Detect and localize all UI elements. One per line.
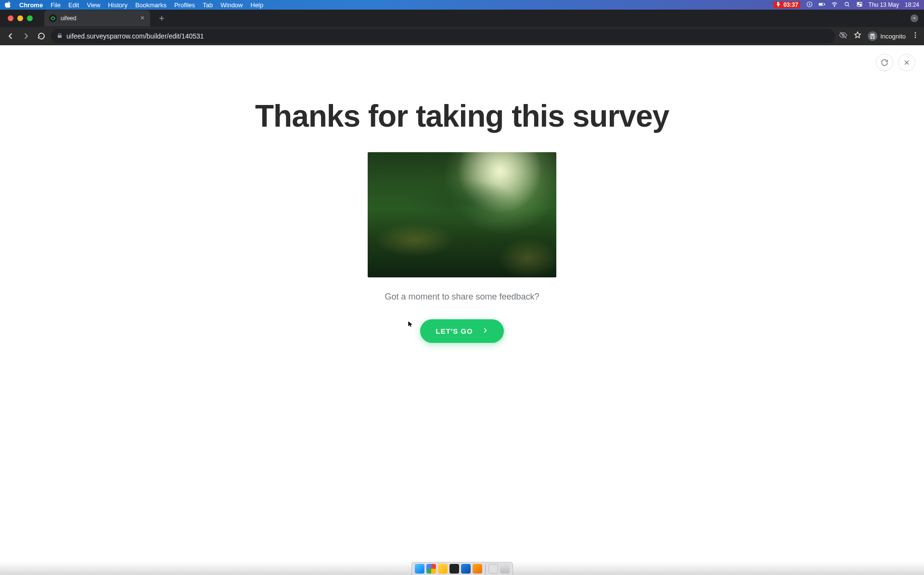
bolt-icon[interactable] (806, 1, 813, 9)
chrome-menu-button[interactable] (911, 31, 919, 41)
dock-app-notes[interactable] (438, 564, 448, 574)
window-controls (4, 15, 37, 21)
dock-app-generic-1[interactable] (473, 564, 482, 574)
svg-point-13 (915, 37, 916, 38)
spotlight-icon[interactable] (844, 1, 850, 9)
menu-view[interactable]: View (87, 1, 100, 9)
menu-file[interactable]: File (51, 1, 61, 9)
svg-rect-3 (819, 3, 822, 5)
chrome-toolbar: uifeed.surveysparrow.com/builder/edit/14… (0, 27, 924, 45)
lock-icon (57, 32, 63, 40)
tab-title: uifeed (61, 15, 77, 22)
cta-label: LET'S GO (436, 327, 473, 335)
svg-point-4 (834, 6, 834, 6)
svg-point-5 (845, 2, 848, 5)
window-close-button[interactable] (8, 15, 13, 21)
mouse-cursor (407, 321, 414, 327)
dock-tray (411, 562, 513, 575)
dock-app-chrome[interactable] (426, 564, 436, 574)
url-text: uifeed.surveysparrow.com/builder/edit/14… (66, 32, 204, 40)
tabstrip-overflow[interactable] (911, 14, 918, 22)
nav-back-button[interactable] (5, 30, 16, 42)
menu-profiles[interactable]: Profiles (174, 1, 195, 9)
survey-hero-image (368, 152, 556, 277)
svg-rect-2 (824, 4, 825, 5)
chevron-right-icon (482, 327, 488, 335)
menubar-left: Chrome File Edit View History Bookmarks … (5, 1, 263, 9)
dock-app-terminal[interactable] (449, 564, 459, 574)
tracking-icon[interactable] (839, 31, 847, 41)
menu-history[interactable]: History (108, 1, 127, 9)
dock-app-textedit[interactable] (488, 564, 498, 574)
tab-favicon (49, 14, 57, 22)
svg-point-12 (915, 35, 916, 36)
svg-point-11 (915, 32, 916, 34)
address-bar[interactable]: uifeed.surveysparrow.com/builder/edit/14… (51, 29, 835, 43)
survey-heading: Thanks for taking this survey (255, 98, 669, 134)
menu-tab[interactable]: Tab (203, 1, 213, 9)
new-tab-button[interactable] (155, 12, 168, 25)
window-minimize-button[interactable] (17, 15, 23, 21)
incognito-indicator[interactable]: Incognito (868, 31, 906, 41)
chrome-tabstrip: uifeed (0, 10, 924, 27)
menubar-app-name[interactable]: Chrome (19, 1, 43, 9)
menu-edit[interactable]: Edit (68, 1, 79, 9)
wifi-icon[interactable] (831, 1, 838, 9)
chrome-window-frame: uifeed uifeed.surveysparrow.co (0, 10, 924, 45)
bookmark-star-icon[interactable] (853, 31, 862, 41)
control-center-icon[interactable] (856, 1, 863, 9)
macos-dock (0, 562, 924, 575)
survey-subtext: Got a moment to share some feedback? (385, 292, 539, 302)
menu-bookmarks[interactable]: Bookmarks (135, 1, 167, 9)
menubar-right: 03:37 Thu 13 May 18:24 (773, 1, 919, 9)
menubar-time[interactable]: 18:24 (905, 1, 919, 8)
incognito-label: Incognito (880, 33, 906, 40)
nav-reload-button[interactable] (36, 30, 47, 42)
lets-go-button[interactable]: LET'S GO (420, 319, 503, 343)
menubar-date[interactable]: Thu 13 May (869, 1, 899, 8)
dock-trash[interactable] (500, 564, 510, 574)
battery-icon[interactable] (819, 1, 825, 9)
battery-indicator[interactable]: 03:37 (773, 1, 800, 8)
window-fullscreen-button[interactable] (27, 15, 33, 21)
svg-point-8 (858, 2, 859, 3)
dock-app-finder[interactable] (415, 564, 424, 574)
menu-help[interactable]: Help (251, 1, 264, 9)
browser-tab[interactable]: uifeed (44, 10, 150, 26)
toolbar-right: Incognito (839, 31, 919, 41)
tab-close-button[interactable] (140, 15, 145, 22)
apple-menu[interactable] (5, 1, 12, 9)
survey-welcome-screen: Thanks for taking this survey Got a mome… (0, 45, 924, 562)
incognito-icon (868, 31, 877, 41)
menu-window[interactable]: Window (220, 1, 243, 9)
nav-forward-button[interactable] (20, 30, 32, 42)
dock-separator (485, 564, 486, 574)
battery-time: 03:37 (783, 1, 798, 8)
macos-menubar: Chrome File Edit View History Bookmarks … (0, 0, 924, 10)
dock-app-1password[interactable] (461, 564, 471, 574)
page-content: Thanks for taking this survey Got a mome… (0, 45, 924, 562)
svg-point-9 (860, 5, 861, 6)
